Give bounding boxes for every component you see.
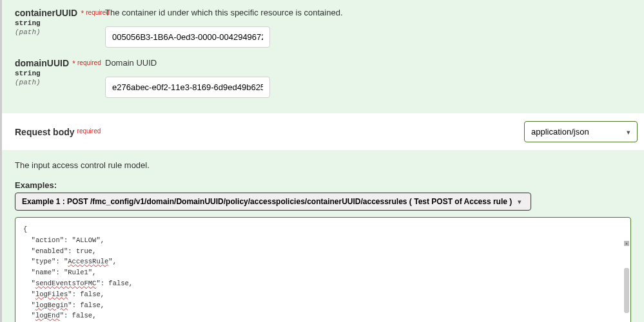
domainUUID-input[interactable] (105, 77, 270, 98)
containerUUID-input[interactable] (105, 26, 270, 48)
param-containerUUID: containerUUID *required string (path) Th… (15, 3, 631, 53)
param-meta: domainUUID *required string (path) (15, 58, 105, 86)
param-type-label: string (15, 19, 105, 27)
required-label: required (86, 9, 110, 16)
param-name-label: domainUUID (15, 58, 69, 68)
request-body-title: Request body (15, 127, 75, 137)
param-name-label: containerUUID (15, 8, 77, 18)
param-domainUUID: domainUUID *required string (path) Domai… (15, 53, 631, 103)
scroll-thumb[interactable] (624, 268, 629, 313)
param-in-label: (path) (15, 79, 105, 86)
param-type-label: string (15, 70, 105, 77)
example-select-wrap: Example 1 : POST /fmc_config/v1/domain/D… (15, 193, 531, 211)
body-description: The input access control rule model. (15, 160, 631, 170)
scrollbar-vertical[interactable]: ▴ (624, 219, 629, 322)
required-label: required (77, 128, 101, 135)
request-body-code[interactable]: { "action": "ALLOW", "enabled": true, "t… (15, 217, 631, 322)
content-type-select-wrap: application/json (524, 121, 638, 142)
content-type-select[interactable]: application/json (526, 123, 636, 140)
param-in-label: (path) (15, 28, 105, 36)
required-label: required (77, 59, 101, 66)
examples-label: Examples: (15, 180, 631, 190)
required-star-icon: * (79, 9, 84, 18)
param-description: The container id under which this specif… (105, 8, 631, 17)
example-select[interactable]: Example 1 : POST /fmc_config/v1/domain/D… (15, 193, 531, 210)
param-description: Domain UUID (105, 58, 631, 68)
request-body-header: Request bodyrequired application/json (2, 113, 644, 150)
scroll-up-arrow-icon[interactable]: ▴ (624, 241, 629, 246)
required-star-icon: * (70, 59, 75, 68)
param-meta: containerUUID *required string (path) (15, 8, 105, 36)
